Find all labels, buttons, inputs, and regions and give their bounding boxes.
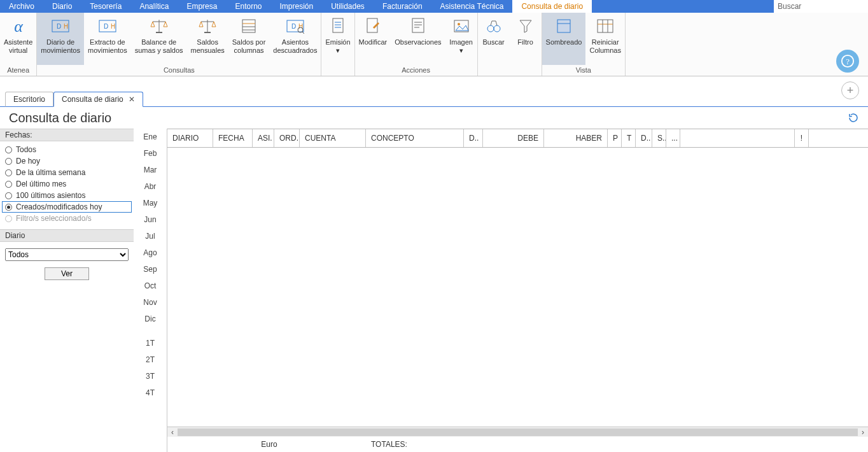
menu-item-empresa[interactable]: Empresa [178,0,226,13]
fecha-radio-creados-modificados-hoy[interactable]: Creados/modificados hoy [2,201,132,213]
fecha-radio-100-ltimos-asientos[interactable]: 100 últimos asientos [5,190,129,201]
ribbon-observaciones[interactable]: Observaciones [391,13,445,65]
ribbon-saldos-mensuales[interactable]: Saldosmensuales [187,13,228,65]
radio-bullet-icon [5,146,12,153]
footer-currency: Euro [167,440,371,449]
menu-item-utilidades[interactable]: Utilidades [322,0,374,13]
period-dic[interactable]: Dic [134,311,167,327]
diario-header: Diario [0,229,134,242]
binoc-icon [483,15,505,37]
svg-text:H: H [64,23,68,30]
fecha-radio-del-ltimo-mes[interactable]: Del último mes [5,178,129,190]
period-may[interactable]: May [134,195,167,211]
svg-text:D: D [57,23,61,30]
ribbon-label: Balance desumas y saldos [135,38,183,54]
fecha-radio-de-hoy[interactable]: De hoy [5,155,129,167]
period-ago[interactable]: Ago [134,244,167,261]
svg-point-32 [458,23,460,25]
column-header-ord-[interactable]: ORD. [274,129,300,147]
ribbon-extracto-de-movimientos[interactable]: DHExtracto demovimientos [84,13,131,65]
radio-label: Creados/modificados hoy [16,202,102,211]
ribbon-saldos-por-columnas[interactable]: Saldos porcolumnas [228,13,270,65]
ribbon-asientos-descuadrados[interactable]: DHAsientosdescuadrados [269,13,321,65]
ribbon-diario-de-movimientos[interactable]: DHDiario demovimientos [37,13,84,65]
svg-rect-13 [242,20,255,32]
period-3t[interactable]: 3T [134,368,167,385]
period-nov[interactable]: Nov [134,294,167,311]
period-feb[interactable]: Feb [134,145,167,162]
ribbon-asistente-virtual[interactable]: αAsistentevirtual [0,13,36,65]
menu-item-consulta-de-diario[interactable]: Consulta de diario [512,0,592,13]
column-header-d-[interactable]: D.. [636,129,652,147]
svg-rect-9 [156,32,162,33]
period-1t[interactable]: 1T [134,335,167,351]
ribbon-buscar[interactable]: Buscar [478,13,510,73]
column-header-d-[interactable]: D.. [464,129,483,147]
column-header--[interactable]: ! [795,129,809,147]
funnel-icon [515,15,536,37]
ribbon-label: Saldosmensuales [191,38,225,54]
ribbon-reiniciar-columnas[interactable]: ReiniciarColumnas [585,13,625,65]
menu-item-asistencia-t-cnica[interactable]: Asistencia Técnica [431,0,513,13]
period-jun[interactable]: Jun [134,211,167,228]
diario-select[interactable]: Todos [5,248,129,261]
column-header--[interactable]: ... [666,129,680,147]
period-oct[interactable]: Oct [134,278,167,294]
column-header-debe[interactable]: DEBE [483,129,544,147]
ribbon-sombreado[interactable]: Sombreado [542,13,586,65]
menu-item-impresi-n[interactable]: Impresión [270,0,322,13]
period-jul[interactable]: Jul [134,228,167,244]
column-header-asi-[interactable]: ASI. [253,129,274,147]
scroll-track[interactable] [178,428,858,436]
fecha-radio-todos[interactable]: Todos [5,144,129,155]
ribbon-modificar[interactable]: Modificar [355,13,391,65]
refresh-icon[interactable] [848,112,859,126]
help-icon[interactable]: ? [836,50,859,73]
search-input[interactable]: Buscar [774,0,868,13]
period-2t[interactable]: 2T [134,351,167,368]
ribbon-balance-de-sumas-y-saldos[interactable]: Balance desumas y saldos [131,13,187,65]
grid-horizontal-scrollbar[interactable]: ‹ › [167,427,868,437]
period-abr[interactable]: Abr [134,178,167,195]
scroll-left-arrow[interactable]: ‹ [167,428,178,437]
menu-item-archivo[interactable]: Archivo [0,0,43,13]
ribbon-label: Asientosdescuadrados [273,38,317,54]
ribbon-filtro[interactable]: Filtro [510,13,542,73]
menu-item-facturaci-n[interactable]: Facturación [374,0,431,13]
column-header-blank[interactable] [680,129,795,147]
grid-body[interactable] [167,148,868,427]
column-header-concepto[interactable]: CONCEPTO [366,129,464,147]
tab-escritorio[interactable]: Escritorio [5,92,53,107]
column-header-t[interactable]: T [622,129,636,147]
radio-label: 100 últimos asientos [16,191,85,200]
ribbon-emisi-n[interactable]: Emisión▾ [321,13,354,73]
period-4t[interactable]: 4T [134,385,167,401]
period-ene[interactable]: Ene [134,129,167,145]
column-header-p[interactable]: P [608,129,622,147]
period-mar[interactable]: Mar [134,162,167,178]
ribbon-group-label [321,73,354,76]
ribbon-label: Asistentevirtual [4,38,32,54]
footer-totals-label: TOTALES: [371,440,407,449]
tab-consulta-de-diario[interactable]: Consulta de diario✕ [53,92,143,107]
ribbon-label: Extracto demovimientos [88,38,127,54]
menu-item-entorno[interactable]: Entorno [226,0,270,13]
ver-button[interactable]: Ver [45,267,89,280]
menu-item-tesorer-a[interactable]: Tesorería [81,0,130,13]
ribbon-label: Diario demovimientos [41,38,80,54]
column-header-fecha[interactable]: FECHA [213,129,253,147]
column-header-s-[interactable]: S.. [652,129,666,147]
fecha-radio-de-la-ltima-semana[interactable]: De la última semana [5,167,129,178]
menu-item-anal-tica[interactable]: Analítica [130,0,178,13]
column-header-haber[interactable]: HABER [544,129,608,147]
menu-item-diario[interactable]: Diario [43,0,81,13]
new-tab-button[interactable]: + [841,81,859,99]
close-icon[interactable]: ✕ [129,95,135,104]
column-header-cuenta[interactable]: CUENTA [300,129,366,147]
period-sep[interactable]: Sep [134,261,167,278]
column-header-diario[interactable]: DIARIO [167,129,213,147]
ribbon-label: Observaciones [395,38,441,46]
radio-bullet-icon [5,181,12,188]
ribbon-imagen[interactable]: Imagen▾ [445,13,477,65]
scroll-right-arrow[interactable]: › [858,428,868,437]
